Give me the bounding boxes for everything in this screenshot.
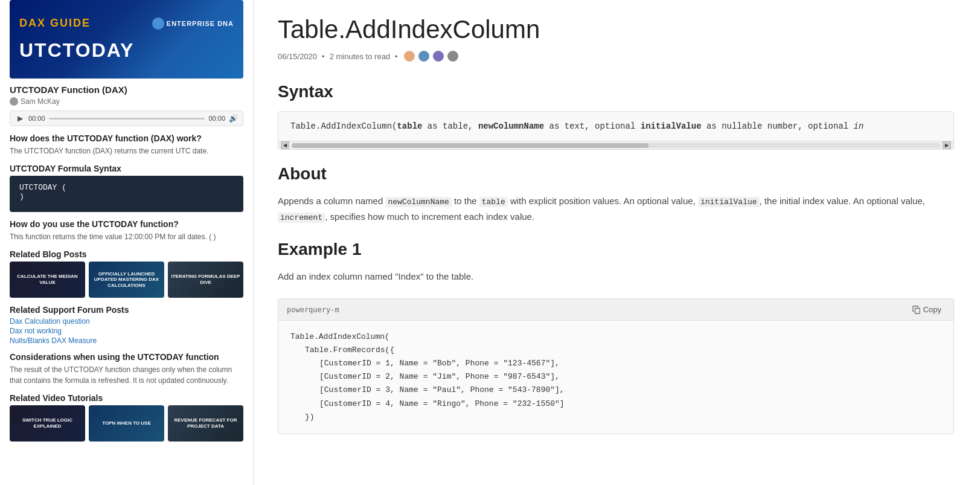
syntax-scrollbar[interactable]: ◀ ▶ <box>278 141 953 149</box>
blog-grid: CALCULATE THE MEDIAN VALUE OFFICIALLY LA… <box>10 262 243 298</box>
copy-icon <box>912 306 921 314</box>
code-line-1: UTCTODAY ( <box>19 183 234 192</box>
enterprise-dna-label: ENTERPRISE DNA <box>152 18 234 30</box>
meta-read-time: 2 minutes to read <box>330 52 390 61</box>
forum-links: Dax Calculation question Dax not working… <box>10 317 243 345</box>
scroll-thumb <box>292 143 649 148</box>
sidebar-use-title: How do you use the UTCTODAY function? <box>10 219 243 229</box>
video-thumbnail-3[interactable]: REVENUE FORECAST FOR PROJECT DATA <box>168 405 243 442</box>
sidebar-syntax-title: UTCTODAY Formula Syntax <box>10 164 243 173</box>
about-heading: About <box>278 164 954 184</box>
scroll-right-arrow[interactable]: ▶ <box>943 141 951 150</box>
sidebar-considerations-text: The result of the UTCTODAY function chan… <box>10 364 243 386</box>
code-example-body: Table.AddIndexColumn( Table.FromRecords(… <box>278 321 953 434</box>
dax-guide-label: DAX GUIDE <box>19 17 91 30</box>
scroll-left-arrow[interactable]: ◀ <box>281 141 289 150</box>
syntax-content: Table.AddIndexColumn(table as table, new… <box>278 112 953 141</box>
meta-date: 06/15/2020 <box>278 52 317 61</box>
sidebar-videos-title: Related Video Tutorials <box>10 393 243 403</box>
scroll-track[interactable] <box>292 143 940 148</box>
sidebar-use-text: This function returns the time value 12:… <box>10 231 243 242</box>
audio-time-end: 00:00 <box>208 115 225 122</box>
code-line-2: [CustomerID = 1, Name = "Bob", Phone = "… <box>319 357 941 370</box>
code-lang-label: powerquery-m <box>287 306 339 314</box>
sidebar-author: Sam McKay <box>10 97 243 106</box>
sidebar-how-title: How does the UTCTODAY function (DAX) wor… <box>10 133 243 143</box>
code-line-4: [CustomerID = 3, Name = "Paul", Phone = … <box>319 384 941 397</box>
avatar-2 <box>417 50 431 63</box>
utctoday-hero-label: UTCTODAY <box>19 39 234 62</box>
syntax-heading: Syntax <box>278 82 954 101</box>
syntax-fn-name: Table.AddIndexColumn(table as table, new… <box>290 121 863 131</box>
sidebar-function-title: UTCTODAY Function (DAX) <box>10 85 243 95</box>
code-line-3: [CustomerID = 2, Name = "Jim", Phone = "… <box>319 370 941 384</box>
sidebar: DAX GUIDE ENTERPRISE DNA UTCTODAY UTCTOD… <box>0 0 254 485</box>
avatar-1 <box>403 50 416 63</box>
audio-progress-bar[interactable] <box>49 118 205 120</box>
svg-rect-0 <box>915 308 920 313</box>
avatar-3 <box>432 50 445 63</box>
syntax-box: Table.AddIndexColumn(table as table, new… <box>278 111 954 150</box>
example1-heading: Example 1 <box>278 240 954 259</box>
play-button[interactable]: ▶ <box>15 114 25 123</box>
sidebar-forum-title: Related Support Forum Posts <box>10 305 243 315</box>
sidebar-blog-title: Related Blog Posts <box>10 249 243 259</box>
code-line-0: Table.AddIndexColumn( <box>290 332 389 341</box>
code-line-1: Table.FromRecords({ <box>305 344 941 357</box>
copy-label: Copy <box>923 305 941 314</box>
code-example-header: powerquery-m Copy <box>278 299 953 321</box>
code-example-box: powerquery-m Copy Table.AddIndexColumn( … <box>278 298 954 434</box>
about-text: Appends a column named newColumnName to … <box>278 193 954 225</box>
forum-link-1[interactable]: Dax Calculation question <box>10 317 243 326</box>
code-line-6: }) <box>305 411 941 424</box>
code-line-5: [CustomerID = 4, Name = "Ringo", Phone =… <box>319 397 941 411</box>
video-grid: SWITCH TRUE LOGIC EXPLAINED TOPN WHEN TO… <box>10 405 243 442</box>
avatar-4 <box>446 50 460 63</box>
about-code-newcolumnname: newColumnName <box>385 197 451 207</box>
sidebar-code-block: UTCTODAY ( ) <box>10 176 243 212</box>
main-content: Table.AddIndexColumn 06/15/2020 • 2 minu… <box>254 0 978 485</box>
copy-button[interactable]: Copy <box>909 304 945 315</box>
author-name: Sam McKay <box>21 97 60 106</box>
enterprise-dna-logo-icon <box>152 18 164 30</box>
meta-avatars <box>403 50 460 63</box>
about-code-increment: increment <box>278 213 325 223</box>
sidebar-how-text: The UTCTODAY function (DAX) returns the … <box>10 146 243 156</box>
about-code-table: table <box>479 197 508 207</box>
author-avatar-icon <box>10 97 18 106</box>
example1-desc: Add an index column named "Index" to the… <box>278 269 954 284</box>
sidebar-thumbnail: DAX GUIDE ENTERPRISE DNA UTCTODAY <box>10 0 243 79</box>
video-thumbnail-1[interactable]: SWITCH TRUE LOGIC EXPLAINED <box>10 405 85 442</box>
meta-separator-2: • <box>395 52 398 61</box>
code-line-2: ) <box>19 192 234 201</box>
blog-thumbnail-2[interactable]: OFFICIALLY LAUNCHED UPDATED MASTERING DA… <box>89 262 164 298</box>
about-code-initialvalue: initialValue <box>698 197 760 207</box>
volume-icon[interactable]: 🔊 <box>229 114 238 123</box>
forum-link-2[interactable]: Dax not working <box>10 327 243 335</box>
meta-separator-1: • <box>322 52 325 61</box>
audio-time-start: 00:00 <box>28 115 45 122</box>
blog-thumbnail-3[interactable]: ITERATING FORMULAS DEEP DIVE <box>168 262 243 298</box>
video-thumbnail-2[interactable]: TOPN WHEN TO USE <box>89 405 164 442</box>
meta-line: 06/15/2020 • 2 minutes to read • <box>278 50 954 63</box>
audio-player: ▶ 00:00 00:00 🔊 <box>10 111 243 126</box>
page-title: Table.AddIndexColumn <box>278 14 954 45</box>
blog-thumbnail-1[interactable]: CALCULATE THE MEDIAN VALUE <box>10 262 85 298</box>
forum-link-3[interactable]: Nulls/Blanks DAX Measure <box>10 336 243 345</box>
sidebar-considerations-title: Considerations when using the UTCTODAY f… <box>10 352 243 362</box>
